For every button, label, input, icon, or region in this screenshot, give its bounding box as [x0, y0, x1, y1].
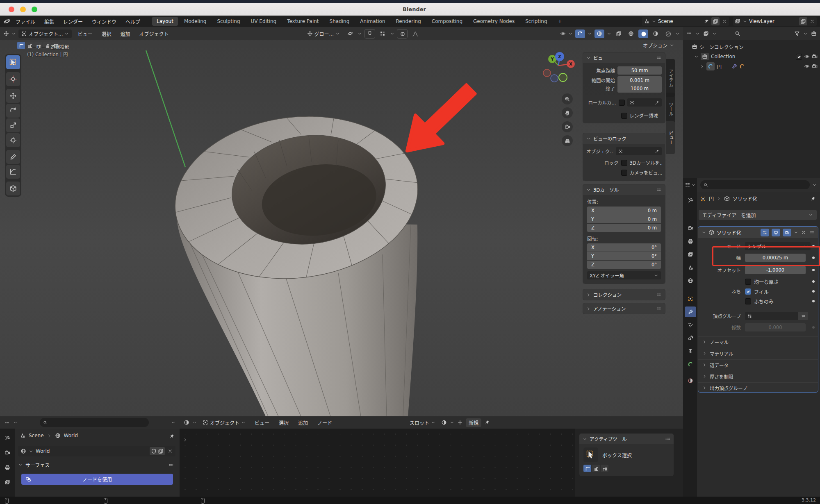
- scene-selector[interactable]: Scene: [642, 17, 729, 26]
- camera-to-view-checkbox[interactable]: [621, 170, 627, 176]
- modifier-extras-dropdown-icon[interactable]: [794, 230, 798, 235]
- curve-data-icon[interactable]: [739, 64, 745, 69]
- shading-solid-button[interactable]: [638, 30, 648, 38]
- clip-start-field[interactable]: 0.001 m: [617, 76, 662, 84]
- panel-header-view-lock[interactable]: ビューのロック: [583, 133, 665, 144]
- editor-type-icon[interactable]: [686, 31, 692, 36]
- panel-header-3d-cursor[interactable]: 3Dカーソル: [583, 184, 665, 195]
- tab-tool[interactable]: [685, 195, 696, 206]
- tab-output-icon[interactable]: [5, 465, 10, 470]
- properties-search[interactable]: [700, 180, 810, 189]
- outliner-row-object[interactable]: 円: [683, 61, 820, 71]
- display-mode-icon[interactable]: [703, 31, 709, 36]
- workspace-tab-rendering[interactable]: Rendering: [392, 17, 426, 26]
- shading-material-button[interactable]: [651, 30, 661, 38]
- workspace-tab-shading[interactable]: Shading: [325, 17, 354, 26]
- camera-icon[interactable]: [812, 54, 818, 59]
- tool-rotate[interactable]: [6, 104, 20, 118]
- workspace-tab-layout[interactable]: Layout: [152, 17, 178, 26]
- drag-handle-icon[interactable]: [656, 306, 662, 311]
- select-subtract-button[interactable]: [601, 465, 608, 472]
- clip-end-field[interactable]: 1000 m: [617, 84, 662, 93]
- viewport-menu-view[interactable]: ビュー: [74, 30, 96, 38]
- mode-dropdown[interactable]: オブジェクト...: [18, 30, 72, 38]
- snap-toggle[interactable]: [364, 29, 375, 39]
- lock-3d-cursor-checkbox[interactable]: [621, 160, 627, 166]
- eyedropper-icon[interactable]: [655, 100, 659, 105]
- tab-view-layer[interactable]: [685, 249, 696, 260]
- new-view-layer-icon[interactable]: [800, 18, 806, 24]
- workspace-tab-texture-paint[interactable]: Texture Paint: [282, 17, 323, 26]
- local-camera-checkbox[interactable]: [619, 100, 625, 106]
- transform-orientation-dropdown[interactable]: グロー...: [304, 30, 343, 38]
- menu-render[interactable]: レンダー: [59, 17, 87, 26]
- modifier-realtime-toggle[interactable]: [772, 229, 780, 236]
- tab-render[interactable]: [685, 223, 696, 234]
- animate-dot[interactable]: [812, 269, 815, 271]
- shading-wireframe-button[interactable]: [626, 30, 636, 38]
- render-region-checkbox[interactable]: [621, 113, 627, 119]
- sidebar-expand-icon[interactable]: [183, 438, 187, 442]
- shader-menu-view[interactable]: ビュー: [251, 418, 273, 427]
- filter-icon[interactable]: [794, 31, 800, 36]
- viewport-options-dropdown[interactable]: オプション: [643, 42, 674, 49]
- workspace-tab-geometry-nodes[interactable]: Geometry Nodes: [469, 17, 519, 26]
- workspace-tab-sculpting[interactable]: Sculpting: [212, 17, 244, 26]
- panel-header-view[interactable]: ビュー: [583, 52, 665, 63]
- menu-file[interactable]: ファイル: [11, 17, 39, 26]
- workspace-tab-scripting[interactable]: Scripting: [521, 17, 551, 26]
- drag-handle-icon[interactable]: [168, 462, 174, 468]
- sidebar-tab-item[interactable]: アイテム: [666, 59, 675, 97]
- axis-minus-y[interactable]: [559, 73, 567, 82]
- cursor-loc-y-field[interactable]: Y0 m: [587, 215, 661, 223]
- show-gizmo-toggle[interactable]: [575, 30, 585, 38]
- modifier-name[interactable]: ソリッド化: [717, 229, 741, 236]
- add-modifier-button[interactable]: モディファイアーを追加: [699, 210, 817, 220]
- navigation-gizmo[interactable]: Y Z X: [540, 48, 585, 93]
- tool-annotate[interactable]: [6, 150, 20, 164]
- even-thickness-checkbox[interactable]: [745, 279, 751, 285]
- add-workspace-button[interactable]: +: [554, 17, 567, 26]
- select-extend-button[interactable]: [592, 465, 600, 472]
- unlink-icon[interactable]: [167, 448, 173, 454]
- tab-physics[interactable]: [685, 333, 696, 343]
- lock-object-field[interactable]: [616, 147, 662, 155]
- collection-checkbox[interactable]: [796, 54, 802, 60]
- eye-icon[interactable]: [804, 54, 810, 59]
- select-set-button[interactable]: [583, 465, 591, 472]
- cursor-loc-z-field[interactable]: Z0 m: [587, 224, 661, 232]
- tab-scene[interactable]: [685, 262, 696, 273]
- new-material-button[interactable]: 新規: [466, 418, 481, 427]
- pin-icon[interactable]: [704, 18, 709, 24]
- pin-icon[interactable]: [810, 196, 816, 202]
- tool-measure[interactable]: [6, 165, 20, 179]
- blender-logo-icon[interactable]: [3, 18, 11, 25]
- vertex-group-invert-button[interactable]: [798, 312, 808, 320]
- disclosure-triangle-icon[interactable]: [700, 64, 704, 69]
- section-edge-data[interactable]: 辺データ: [698, 359, 818, 370]
- breadcrumb-world[interactable]: World: [64, 433, 78, 438]
- editor-type-icon[interactable]: [685, 182, 690, 188]
- editor-type-icon[interactable]: [4, 420, 10, 425]
- shader-menu-select[interactable]: 選択: [276, 418, 292, 427]
- slot-dropdown[interactable]: スロット: [407, 418, 438, 427]
- tool-move[interactable]: [6, 89, 20, 103]
- pivot-point-dropdown[interactable]: [345, 30, 355, 38]
- tab-constraints[interactable]: [685, 346, 696, 356]
- tool-transform[interactable]: [6, 133, 20, 147]
- new-collection-icon[interactable]: [811, 31, 817, 36]
- copy-icon[interactable]: [158, 448, 164, 454]
- use-nodes-button[interactable]: ノードを使用: [21, 474, 173, 485]
- tab-world[interactable]: [685, 275, 696, 286]
- drag-handle-icon[interactable]: [656, 187, 662, 193]
- pin-icon[interactable]: [484, 420, 490, 425]
- rim-only-checkbox[interactable]: [745, 298, 751, 304]
- tab-output[interactable]: [685, 236, 696, 247]
- breadcrumb-scene[interactable]: Scene: [29, 433, 44, 438]
- breadcrumb-modifier[interactable]: ソリッド化: [733, 195, 757, 202]
- cursor-rot-x-field[interactable]: X0°: [587, 243, 661, 252]
- chevron-down-icon[interactable]: [702, 230, 706, 235]
- proportional-editing-toggle[interactable]: [397, 29, 408, 39]
- zoom-button[interactable]: [562, 93, 573, 104]
- modifier-render-toggle[interactable]: [783, 229, 791, 236]
